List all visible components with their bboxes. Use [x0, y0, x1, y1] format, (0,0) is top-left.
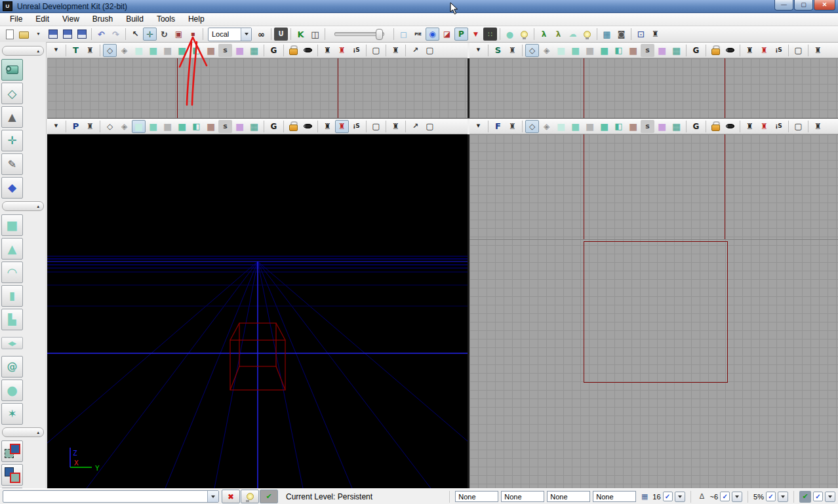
translate-tool-button[interactable]: ✛: [143, 28, 157, 41]
viewmode-light-complexity-button[interactable]: ◧: [190, 44, 203, 57]
viewmode-light-complexity-button[interactable]: ◧: [612, 120, 626, 133]
save-all-packages-button[interactable]: [75, 28, 89, 41]
browse-none-combo[interactable]: None: [547, 491, 590, 502]
viewmode-wireframe-button[interactable]: ◇: [525, 120, 539, 133]
browse-none-combo[interactable]: None: [455, 491, 498, 502]
texture-alignment-mode-button[interactable]: ✛: [1, 130, 23, 151]
csg-subtract-button[interactable]: [1, 464, 23, 486]
popout-viewport-button[interactable]: ↗: [409, 120, 422, 133]
drag-grid-checkbox[interactable]: ✓: [663, 492, 673, 501]
combo-dropdown-icon[interactable]: [207, 491, 218, 502]
possess-player-button[interactable]: ♜: [743, 44, 757, 57]
viewmode-shader-complexity-button[interactable]: s: [218, 44, 232, 57]
content-browser-button[interactable]: U: [274, 28, 288, 41]
joystick-input-toggle[interactable]: ♜: [506, 120, 519, 133]
viewmode-shader-complexity-button[interactable]: s: [218, 120, 232, 133]
translucency-selection-toggle[interactable]: ◻: [397, 28, 410, 41]
lock-viewport-toggle[interactable]: [287, 44, 300, 57]
popout-viewport-button[interactable]: ↗: [409, 44, 422, 57]
volumetric-brush-button[interactable]: ✶: [1, 403, 23, 425]
viewmode-texture-density-button[interactable]: ■: [204, 120, 218, 133]
selection-highlight-toggle[interactable]: ◉: [426, 28, 439, 41]
game-view-toggle[interactable]: G: [689, 44, 703, 57]
audio-realtime-toggle[interactable]: ¡S: [772, 120, 786, 133]
viewmode-brush-wireframe-button[interactable]: ◈: [540, 120, 553, 133]
camera-check-toggle-button[interactable]: ✔: [260, 490, 278, 503]
rotation-grid-checkbox[interactable]: ✓: [720, 492, 730, 501]
viewmode-lit-button[interactable]: ■: [146, 44, 160, 57]
autosave-checkbox[interactable]: ✓: [813, 492, 823, 501]
open-level-button[interactable]: [17, 28, 31, 41]
viewmode-unlit-button[interactable]: ■: [132, 120, 146, 133]
menu-item[interactable]: File: [3, 13, 29, 26]
viewport-options-dropdown[interactable]: ▼: [471, 44, 485, 57]
play-on-device-button[interactable]: ♜: [648, 28, 662, 41]
play-from-here-button[interactable]: ♜: [335, 44, 349, 57]
lock-viewport-toggle[interactable]: [709, 44, 723, 57]
viewmode-reflections-button[interactable]: ▦: [247, 44, 261, 57]
save-current-level-button[interactable]: [46, 28, 60, 41]
viewmode-light-complexity-button[interactable]: ◧: [190, 120, 203, 133]
lock-viewport-toggle[interactable]: [287, 120, 300, 133]
cone-brush-button[interactable]: ▲: [1, 238, 23, 260]
joystick-input-toggle[interactable]: ♜: [83, 44, 97, 57]
build-all-button[interactable]: ◙: [614, 28, 628, 41]
coordinate-system-combo[interactable]: Local: [208, 28, 252, 41]
matinee-button[interactable]: ◫: [308, 28, 322, 41]
slider-thumb[interactable]: [376, 29, 383, 40]
actor-search-combo[interactable]: [3, 490, 219, 503]
play-in-editor-button[interactable]: ⊡: [634, 28, 648, 41]
create-path-connection-button[interactable]: λ: [537, 28, 551, 41]
sheet-brush-button[interactable]: ◆: [1, 337, 23, 349]
menu-item[interactable]: Help: [182, 13, 211, 26]
viewmode-lightmap-density-button[interactable]: ■: [233, 44, 247, 57]
viewmode-texture-density-button[interactable]: ■: [626, 120, 640, 133]
csg-add-button[interactable]: [1, 440, 23, 462]
viewmode-lit-button[interactable]: ■: [146, 120, 160, 133]
maximize-viewport-button[interactable]: ▢: [369, 44, 383, 57]
drop-to-floor-button[interactable]: ▼: [469, 28, 483, 41]
menu-item[interactable]: Edit: [29, 13, 56, 26]
viewmode-lighting-only-button[interactable]: ■: [597, 120, 611, 133]
floating-viewport-button[interactable]: ♜: [811, 44, 825, 57]
toolbox-collapse-bar[interactable]: ▴: [2, 46, 44, 56]
audio-realtime-toggle[interactable]: ¡S: [349, 120, 363, 133]
show-flags-button[interactable]: [301, 44, 315, 57]
play-from-here-button[interactable]: ♜: [335, 120, 349, 133]
geometry-mode-button[interactable]: ◇: [1, 83, 23, 104]
play-from-here-button[interactable]: ♜: [757, 44, 771, 57]
show-flags-button[interactable]: [301, 120, 315, 133]
joystick-input-toggle[interactable]: ♜: [83, 120, 97, 133]
viewmode-lightmap-density-button[interactable]: ■: [233, 120, 247, 133]
viewmode-lightmap-density-button[interactable]: ■: [655, 120, 669, 133]
viewmode-unlit-button[interactable]: ■: [554, 120, 568, 133]
game-view-toggle[interactable]: G: [689, 120, 703, 133]
toolbox-collapse-bar[interactable]: ▴: [2, 201, 44, 211]
camera-speed-slider[interactable]: [334, 32, 384, 36]
socket-snapping-toggle[interactable]: ◪: [440, 28, 454, 41]
cube-brush-button[interactable]: ■: [1, 214, 23, 236]
red-cross-toggle-button[interactable]: ✖: [222, 490, 240, 503]
viewmode-wireframe-button[interactable]: ◇: [103, 44, 117, 57]
minimize-button[interactable]: —: [774, 0, 793, 10]
viewmode-wireframe-button[interactable]: ◇: [525, 44, 539, 57]
viewmode-brush-wireframe-button[interactable]: ◈: [540, 44, 553, 57]
viewmode-lightmap-density-button[interactable]: ■: [655, 44, 669, 57]
floating-viewport-button[interactable]: ♜: [389, 44, 403, 57]
redo-button[interactable]: ↷: [109, 28, 123, 41]
viewmode-lighting-only-button[interactable]: ■: [597, 44, 611, 57]
joystick-input-toggle[interactable]: ♜: [506, 44, 519, 57]
show-flags-button[interactable]: [723, 44, 737, 57]
viewport-options-dropdown[interactable]: ▼: [49, 120, 63, 133]
viewmode-lit-button[interactable]: ■: [569, 120, 582, 133]
nonuniform-scale-tool-button[interactable]: ▪: [186, 28, 200, 41]
find-actors-button[interactable]: ∞: [254, 28, 268, 41]
undo-button[interactable]: ↶: [94, 28, 108, 41]
scale-tool-button[interactable]: ▣: [172, 28, 186, 41]
viewmode-detail-lighting-button[interactable]: ■: [161, 44, 174, 57]
autosave-dropdown[interactable]: [825, 492, 835, 502]
kismet-button[interactable]: K: [294, 28, 308, 41]
sphere-brush-button[interactable]: ●: [1, 379, 23, 401]
maximize-button[interactable]: ▢: [794, 0, 813, 10]
curved-staircase-brush-button[interactable]: ◠: [1, 262, 23, 283]
